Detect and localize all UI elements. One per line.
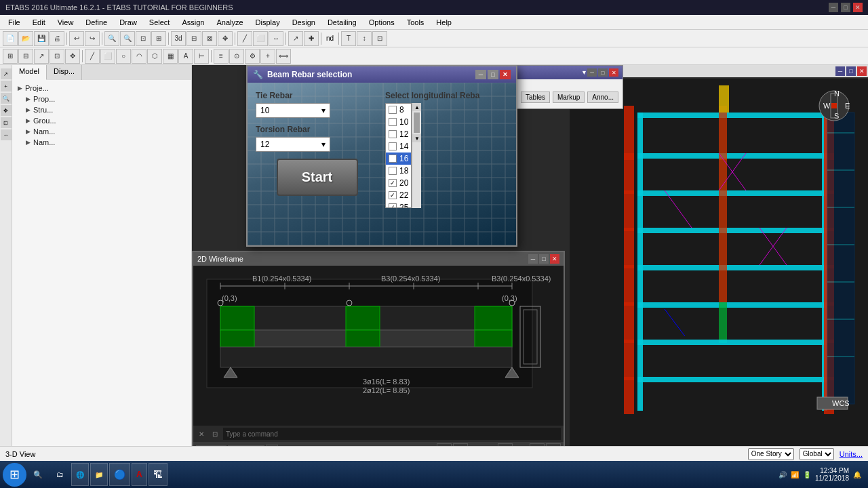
toolbar2-btn5[interactable]: ✥	[65, 49, 80, 64]
toolbar-pan[interactable]: ✥	[218, 31, 233, 46]
menu-tools[interactable]: Tools	[401, 17, 430, 28]
minimize-btn[interactable]: ─	[829, 3, 838, 12]
3d-minimize[interactable]: ─	[835, 66, 845, 76]
toolbar-redo[interactable]: ↪	[85, 31, 100, 46]
units-link[interactable]: Units...	[840, 450, 863, 458]
toolbar-zoom-in[interactable]: 🔍	[104, 31, 119, 46]
2d-minimize[interactable]: ─	[528, 254, 538, 264]
signin-maximize[interactable]: □	[598, 68, 608, 77]
toolbar-text[interactable]: T	[341, 31, 356, 46]
menu-options[interactable]: Options	[363, 17, 400, 28]
close-btn[interactable]: ✕	[853, 3, 863, 12]
coord-select[interactable]: Global Local	[800, 448, 834, 460]
notification-icon[interactable]: 🔔	[853, 471, 861, 479]
tree-item-project[interactable]: ▶ Proje...	[15, 83, 189, 94]
toolbar-zoom-fit[interactable]: ⊡	[136, 31, 151, 46]
task-view-btn[interactable]: 🗂	[50, 463, 70, 486]
taskbar-ie[interactable]: 🌐	[71, 463, 89, 486]
toolbar-select[interactable]: ↗	[288, 31, 303, 46]
toolbar-zoom-window[interactable]: ⊞	[151, 31, 166, 46]
command-input[interactable]	[223, 428, 561, 440]
toolbar-ruler[interactable]: ⊡	[372, 31, 387, 46]
menu-define[interactable]: Define	[80, 17, 113, 28]
3d-close[interactable]: ✕	[857, 66, 867, 76]
volume-icon[interactable]: 🔊	[778, 471, 787, 479]
command-icon-1[interactable]: ✕	[196, 430, 207, 438]
start-menu-btn[interactable]: ⊞	[3, 463, 26, 487]
dialog-minimize[interactable]: ─	[475, 70, 486, 79]
toolbar2-text2[interactable]: A	[178, 49, 193, 64]
menu-draw[interactable]: Draw	[114, 17, 142, 28]
toolbar2-hatch[interactable]: ▦	[163, 49, 178, 64]
scroll-thumb[interactable]	[414, 113, 420, 133]
title-bar-controls[interactable]: ─ □ ✕	[829, 3, 863, 12]
sidebar-select[interactable]: ↗	[1, 68, 12, 79]
toolbar-print[interactable]: 🖨	[50, 31, 64, 46]
toolbar2-line[interactable]: ╱	[85, 49, 100, 64]
sidebar-measure[interactable]: ⊡	[1, 117, 12, 128]
toolbar-draw-link[interactable]: ↔	[269, 31, 283, 46]
model-tab-display[interactable]: Disp...	[47, 65, 82, 80]
toolbar2-layer[interactable]: ≡	[214, 49, 229, 64]
rebar-item-20[interactable]: ✓ 20	[386, 177, 411, 189]
signin-minimize[interactable]: ─	[587, 68, 597, 77]
rebar-item-25[interactable]: ✓ 25	[386, 201, 411, 208]
model-tab-model[interactable]: Model	[12, 65, 47, 80]
tab-markup[interactable]: Markup	[553, 92, 585, 103]
taskbar-explorer[interactable]: 📁	[90, 463, 108, 486]
rebar-item-14[interactable]: 14	[386, 140, 411, 152]
tree-item-nam1[interactable]: ▶ Nam...	[15, 126, 189, 137]
sidebar-pointer[interactable]: +	[1, 81, 12, 92]
menu-design[interactable]: Design	[287, 17, 321, 28]
start-button[interactable]: Start	[277, 159, 358, 196]
menu-analyze[interactable]: Analyze	[211, 17, 248, 28]
rebar-check-22[interactable]: ✓	[389, 191, 397, 199]
toolbar2-scale[interactable]: ⟺	[276, 49, 291, 64]
menu-detailing[interactable]: Detailing	[322, 17, 362, 28]
rebar-item-10[interactable]: 10	[386, 116, 411, 128]
menu-view[interactable]: View	[52, 17, 79, 28]
toolbar-intersect[interactable]: ✚	[304, 31, 319, 46]
dialog-restore[interactable]: □	[488, 70, 498, 79]
toolbar2-btn2[interactable]: ⊟	[18, 49, 33, 64]
menu-assign[interactable]: Assign	[176, 17, 210, 28]
menu-display[interactable]: Display	[250, 17, 285, 28]
maximize-btn[interactable]: □	[841, 3, 850, 12]
rebar-check-25[interactable]: ✓	[389, 203, 397, 208]
2d-maximize[interactable]: □	[539, 254, 549, 264]
toolbar-draw-frame[interactable]: ╱	[237, 31, 252, 46]
toolbar2-rect[interactable]: ⬜	[100, 49, 115, 64]
rebar-check-16[interactable]: ✓	[389, 155, 397, 163]
torsion-rebar-dropdown[interactable]: 12 ▾	[256, 137, 330, 152]
2d-close[interactable]: ✕	[550, 254, 559, 264]
toolbar-open[interactable]: 📂	[18, 31, 33, 46]
sidebar-zoom[interactable]: 🔍	[1, 93, 12, 104]
3d-maximize[interactable]: □	[846, 66, 856, 76]
toolbar-undo[interactable]: ↩	[69, 31, 84, 46]
toolbar2-poly[interactable]: ⬡	[147, 49, 162, 64]
search-btn[interactable]: 🔍	[28, 463, 48, 486]
signin-close[interactable]: ✕	[609, 68, 618, 77]
toolbar-save[interactable]: 💾	[34, 31, 49, 46]
rebar-check-14[interactable]	[389, 142, 397, 150]
command-icon-2[interactable]: ⊡	[210, 430, 220, 438]
rebar-check-10[interactable]	[389, 118, 397, 126]
toolbar-new[interactable]: 📄	[3, 31, 18, 46]
toolbar-3d[interactable]: 3d	[171, 31, 186, 46]
dialog-close[interactable]: ✕	[500, 70, 511, 79]
toolbar-plan[interactable]: ⊟	[186, 31, 201, 46]
toolbar-zoom-out[interactable]: 🔍	[120, 31, 135, 46]
rebar-item-12[interactable]: 12	[386, 128, 411, 140]
toolbar2-props[interactable]: ⊙	[229, 49, 244, 64]
toolbar-draw-area[interactable]: ⬜	[253, 31, 268, 46]
taskbar-etabs[interactable]: 🏗	[149, 463, 167, 486]
scroll-up[interactable]: ▲	[412, 103, 421, 111]
battery-icon[interactable]: 🔋	[803, 471, 811, 479]
toolbar2-btn4[interactable]: ⊡	[50, 49, 64, 64]
rebar-item-8[interactable]: 8	[386, 104, 411, 116]
tree-item-nam2[interactable]: ▶ Nam...	[15, 137, 189, 148]
tab-tables[interactable]: Tables	[521, 92, 550, 103]
rebar-item-16[interactable]: ✓ 16	[386, 152, 411, 165]
sidebar-dim[interactable]: ↔	[1, 129, 12, 140]
toolbar2-arc[interactable]: ◠	[132, 49, 146, 64]
